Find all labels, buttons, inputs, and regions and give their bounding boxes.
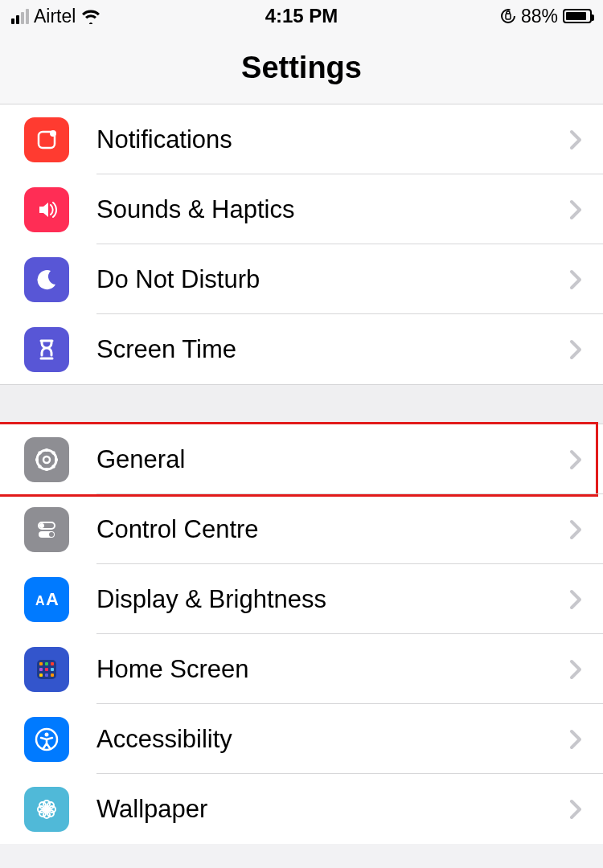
- row-label: Do Not Disturb: [69, 265, 569, 294]
- svg-text:A: A: [46, 589, 59, 609]
- chevron-right-icon: [569, 339, 603, 360]
- wifi-icon: [80, 8, 101, 24]
- status-bar: Airtel 4:15 PM 88%: [0, 0, 603, 32]
- carrier-label: Airtel: [34, 6, 76, 27]
- svg-point-5: [43, 457, 50, 463]
- svg-rect-25: [45, 668, 48, 671]
- svg-line-12: [52, 452, 55, 454]
- svg-point-35: [49, 806, 55, 813]
- row-label: General: [69, 445, 569, 474]
- toggles-icon: [24, 507, 69, 552]
- chevron-right-icon: [569, 519, 603, 540]
- chevron-right-icon: [569, 659, 603, 680]
- moon-icon: [24, 257, 69, 302]
- row-wallpaper[interactable]: Wallpaper: [0, 774, 603, 844]
- battery-percent: 88%: [521, 6, 558, 27]
- chevron-right-icon: [569, 449, 603, 470]
- svg-rect-21: [39, 662, 43, 665]
- row-label: Sounds & Haptics: [69, 195, 569, 224]
- row-control-centre[interactable]: Control Centre: [0, 494, 603, 564]
- page-title: Settings: [241, 51, 362, 85]
- row-sounds[interactable]: Sounds & Haptics: [0, 174, 603, 244]
- row-display[interactable]: AA Display & Brightness: [0, 564, 603, 634]
- hourglass-icon: [24, 327, 69, 372]
- row-home-screen[interactable]: Home Screen: [0, 634, 603, 704]
- svg-rect-23: [51, 662, 54, 665]
- flower-icon: [24, 787, 69, 832]
- settings-section-2: General Control Centre AA Display & Brig…: [0, 424, 603, 844]
- svg-point-31: [45, 732, 49, 736]
- row-label: Home Screen: [69, 655, 569, 684]
- row-label: Display & Brightness: [69, 585, 569, 614]
- chevron-right-icon: [569, 129, 603, 150]
- chevron-right-icon: [569, 199, 603, 220]
- row-label: Notifications: [69, 125, 569, 154]
- svg-point-32: [43, 800, 50, 807]
- row-dnd[interactable]: Do Not Disturb: [0, 244, 603, 314]
- svg-line-13: [39, 465, 41, 468]
- svg-point-33: [43, 812, 50, 818]
- row-label: Control Centre: [69, 515, 569, 544]
- svg-point-38: [39, 810, 46, 817]
- svg-text:A: A: [35, 594, 45, 608]
- chevron-right-icon: [569, 269, 603, 290]
- accessibility-icon: [24, 717, 69, 762]
- section-gap: [0, 384, 603, 424]
- chevron-right-icon: [569, 589, 603, 610]
- svg-point-15: [39, 523, 44, 528]
- row-general[interactable]: General: [0, 424, 603, 494]
- status-time: 4:15 PM: [265, 5, 338, 27]
- svg-point-37: [47, 802, 54, 809]
- svg-rect-28: [45, 674, 48, 677]
- svg-line-11: [52, 465, 55, 468]
- page-header: Settings: [0, 32, 603, 104]
- svg-rect-24: [39, 668, 43, 671]
- chevron-right-icon: [569, 799, 603, 820]
- svg-rect-29: [51, 674, 54, 677]
- svg-point-36: [39, 802, 46, 809]
- svg-rect-1: [506, 14, 511, 19]
- row-label: Screen Time: [69, 335, 569, 364]
- row-notifications[interactable]: Notifications: [0, 104, 603, 174]
- svg-rect-22: [45, 662, 48, 665]
- svg-point-17: [49, 532, 54, 537]
- svg-point-39: [47, 810, 54, 817]
- row-screentime[interactable]: Screen Time: [0, 314, 603, 384]
- svg-point-34: [38, 806, 44, 813]
- svg-point-40: [44, 807, 49, 812]
- svg-rect-27: [39, 674, 43, 677]
- notifications-icon: [24, 117, 69, 162]
- settings-section-1: Notifications Sounds & Haptics Do Not Di…: [0, 104, 603, 384]
- svg-point-3: [50, 130, 56, 137]
- text-size-icon: AA: [24, 577, 69, 622]
- svg-rect-26: [51, 668, 54, 671]
- chevron-right-icon: [569, 729, 603, 750]
- svg-line-10: [39, 452, 41, 454]
- speaker-icon: [24, 187, 69, 232]
- gear-icon: [24, 437, 69, 482]
- row-label: Accessibility: [69, 725, 569, 754]
- app-grid-icon: [24, 647, 69, 692]
- battery-icon: [563, 9, 592, 23]
- row-label: Wallpaper: [69, 795, 569, 824]
- orientation-lock-icon: [500, 8, 516, 24]
- row-accessibility[interactable]: Accessibility: [0, 704, 603, 774]
- cellular-signal-icon: [11, 9, 29, 24]
